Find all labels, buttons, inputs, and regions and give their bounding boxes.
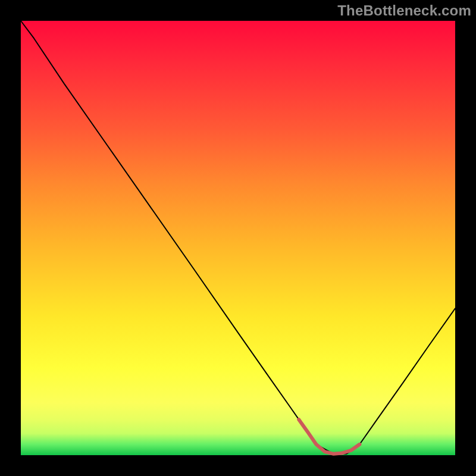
chart-frame: TheBottleneck.com bbox=[0, 0, 476, 476]
series-bottleneck-curve bbox=[21, 21, 455, 454]
chart-svg bbox=[0, 0, 476, 476]
watermark-text: TheBottleneck.com bbox=[337, 2, 471, 19]
series-optimal-zone bbox=[299, 419, 359, 454]
